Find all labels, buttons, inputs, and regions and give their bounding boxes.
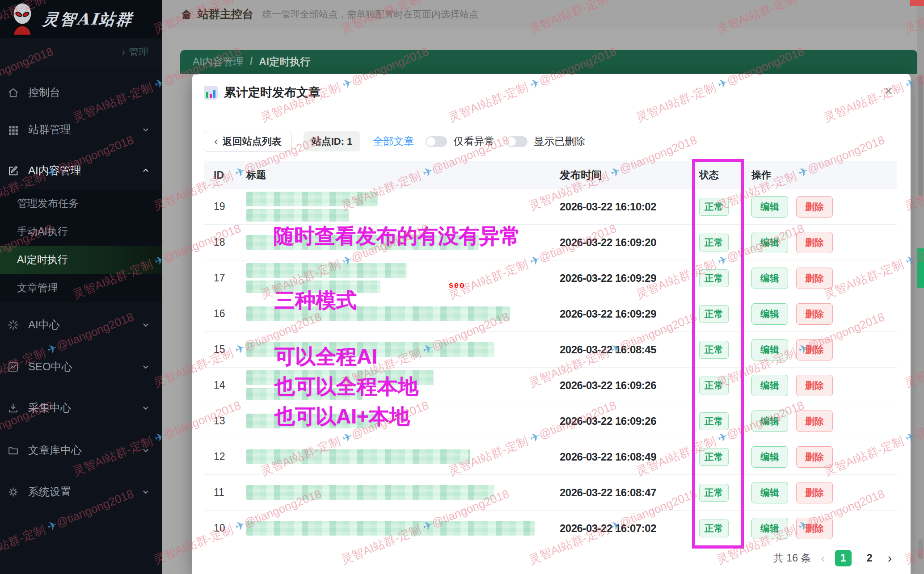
cell-status: 正常 [694,234,745,251]
edit-button[interactable]: 编辑 [751,518,788,539]
cell-actions: 编辑 删除 [745,446,897,468]
annotation-three-modes: 三种模式 [274,287,357,314]
back-to-site-list-button[interactable]: ‹ 返回站点列表 [204,131,292,152]
delete-button[interactable]: 删除 [796,196,833,218]
sidebar-item-article-manage[interactable]: 文章管理 [0,274,162,302]
col-actions: 操作 [745,168,897,182]
home-icon [7,87,19,99]
all-articles-link[interactable]: 全部文章 [373,134,414,148]
page-subtitle: 统一管理全部站点，需单独配置时在页面内选择站点 [262,8,478,21]
sidebar-item-ai-content[interactable]: AI内容管理 [0,156,162,185]
back-button-label: 返回站点列表 [223,135,282,148]
status-badge: 正常 [699,448,729,466]
breadcrumb-current: AI定时执行 [259,55,310,69]
blurred-title [246,192,378,206]
sidebar-item-ai-scheduled-run[interactable]: AI定时执行 [0,246,162,274]
cell-id: 10 [204,522,246,534]
sidebar-item-seo-center[interactable]: SEO中心 [0,352,162,381]
delete-button[interactable]: 删除 [796,446,833,468]
chevron-down-icon [141,320,150,329]
sidebar-item-article-library[interactable]: 文章库中心 [0,436,162,465]
cell-title [246,521,560,536]
delete-button[interactable]: 删除 [796,411,833,432]
edit-button[interactable]: 编辑 [751,339,788,360]
corner-red-marker [910,0,924,6]
sidebar-item-label: AI中心 [28,318,141,332]
cell-id: 12 [204,451,246,463]
blurred-title [246,521,535,536]
page-2-button[interactable]: 2 [861,550,878,566]
sidebar-item-label: 控制台 [28,85,150,100]
cell-id: 16 [204,308,246,320]
sidebar-item-label: AI内容管理 [28,163,141,178]
sidebar-item-collect-center[interactable]: 采集中心 [0,394,162,422]
delete-button[interactable]: 删除 [796,375,833,396]
sidebar-item-dashboard[interactable]: 控制台 [0,78,162,107]
sub-item-label: 手动AI执行 [17,225,68,239]
screen: 灵智AI站群 › 管理 控制台 站群管理 AI内容管理 管理发布任务 [0,0,924,574]
cell-title [246,192,560,222]
sidebar-item-label: 文章库中心 [28,443,141,457]
cell-actions: 编辑 删除 [745,411,897,432]
only-error-label: 仅看异常 [453,134,494,148]
edit-button[interactable]: 编辑 [751,411,788,432]
next-page-icon[interactable]: › [888,551,892,566]
cell-publish-time: 2026-03-22 16:08:49 [560,451,694,463]
chart-icon [7,361,19,373]
cell-id: 11 [204,486,246,499]
cell-publish-time: 2026-03-22 16:09:29 [560,308,694,320]
breadcrumb-parent[interactable]: AI内容管理 [193,55,244,69]
status-badge: 正常 [699,377,729,394]
edit-button[interactable]: 编辑 [751,482,788,503]
cell-id: 18 [204,236,246,248]
annotation-full-local: 也可以全程本地 [274,373,418,401]
delete-button[interactable]: 删除 [796,482,833,503]
sidebar-item-manual-ai-run[interactable]: 手动AI执行 [0,218,162,246]
sidebar-item-system-settings[interactable]: 系统设置 [0,478,162,506]
edit-button[interactable]: 编辑 [751,303,788,325]
sidebar-item-sitegroup[interactable]: 站群管理 [0,115,162,144]
sub-item-label: AI定时执行 [17,253,68,267]
show-deleted-toggle[interactable] [506,136,527,147]
delete-button[interactable]: 删除 [796,518,833,539]
table-row: 10 2026-03-22 16:07:02 正常 编辑 删除 [204,511,897,546]
scrollbar-thumb[interactable] [918,76,923,197]
folder-icon [7,444,19,457]
cell-publish-time: 2026-03-22 16:09:26 [560,379,694,392]
cell-actions: 编辑 删除 [745,232,897,253]
edit-button[interactable]: 编辑 [751,446,788,468]
status-badge: 正常 [699,269,729,287]
prev-page-icon[interactable]: ‹ [821,551,825,566]
sidebar-submenu-ai-content: 管理发布任务 手动AI执行 AI定时执行 文章管理 [0,189,162,302]
edit-button[interactable]: 编辑 [751,375,788,396]
top-header: 站群主控台 统一管理全部站点，需单独配置时在页面内选择站点 [162,0,924,28]
chevron-down-icon [141,125,150,134]
col-publish-time: 发布时间 [560,168,694,182]
delete-button[interactable]: 删除 [796,339,833,360]
close-icon[interactable]: × [884,84,893,98]
sidebar-item-ai-center[interactable]: AI中心 [0,310,162,339]
scrollbar-thumb[interactable] [918,539,923,559]
edit-icon [7,165,19,177]
chevron-down-icon [141,362,150,371]
download-icon [7,402,19,414]
cell-id: 14 [204,379,246,391]
cell-actions: 编辑 删除 [745,375,897,396]
sidebar-item-manage-publish-tasks[interactable]: 管理发布任务 [0,189,162,218]
only-error-toggle[interactable] [426,136,447,147]
sidebar-collapse-manage[interactable]: › 管理 [0,38,162,66]
delete-button[interactable]: 删除 [796,232,833,253]
annotation-seo: seo [449,281,465,290]
edit-button[interactable]: 编辑 [751,232,788,253]
cell-status: 正常 [694,198,745,216]
cell-status: 正常 [694,305,745,323]
edit-button[interactable]: 编辑 [751,268,788,289]
sidebar-item-label: 站群管理 [28,122,141,137]
delete-button[interactable]: 删除 [796,268,833,289]
cell-actions: 编辑 删除 [745,482,897,503]
page-1-button[interactable]: 1 [835,550,852,566]
edit-button[interactable]: 编辑 [751,196,788,218]
table-header: ID 标题 发布时间 状态 操作 [204,161,897,189]
delete-button[interactable]: 删除 [796,303,833,325]
app-logo: 灵智AI站群 [0,0,162,38]
